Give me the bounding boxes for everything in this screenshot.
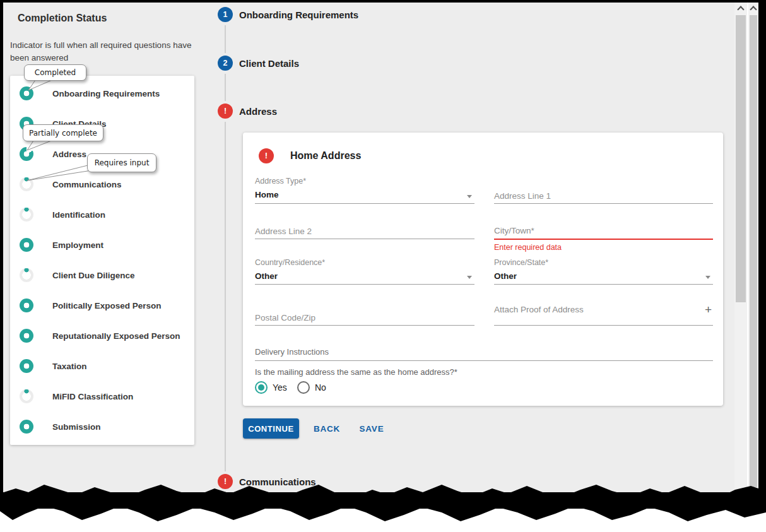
address-type-value: Home bbox=[255, 190, 279, 199]
status-item[interactable]: Identification bbox=[10, 199, 194, 230]
province-state-label: Province/State* bbox=[494, 258, 548, 267]
inner-scrollbar-thumb[interactable] bbox=[736, 15, 746, 302]
delivery-instructions-placeholder: Delivery Instructions bbox=[255, 347, 329, 357]
completion-status-title: Completion Status bbox=[18, 13, 107, 24]
step-address-error-circle[interactable]: ! bbox=[218, 103, 233, 119]
step-communications-error-circle[interactable]: ! bbox=[218, 474, 233, 489]
status-indicator-icon bbox=[20, 177, 33, 191]
address-type-label: Address Type* bbox=[255, 177, 306, 186]
outer-scrollbar-thumb[interactable] bbox=[750, 15, 757, 487]
status-item-label: Politically Exposed Person bbox=[52, 301, 162, 310]
tooltip-partially-complete: Partially complete bbox=[23, 124, 103, 141]
step-communications-label[interactable]: Communications bbox=[239, 476, 316, 487]
step-2-circle[interactable]: 2 bbox=[218, 56, 233, 71]
province-state-select[interactable]: Province/State* Other bbox=[494, 258, 713, 285]
radio-yes[interactable] bbox=[255, 381, 268, 394]
status-item[interactable]: Onboarding Requirements bbox=[10, 78, 194, 109]
country-residence-label: Country/Residence* bbox=[255, 258, 325, 267]
scroll-up-button[interactable] bbox=[748, 3, 758, 14]
status-indicator-icon bbox=[20, 238, 33, 252]
tooltip-completed: Completed bbox=[24, 64, 86, 81]
error-exclamation-icon: ! bbox=[259, 148, 274, 163]
country-residence-select[interactable]: Country/Residence* Other bbox=[255, 258, 474, 285]
scroll-up-button[interactable] bbox=[734, 3, 747, 14]
status-item-label: Address bbox=[52, 150, 86, 159]
status-indicator-icon bbox=[20, 359, 33, 373]
status-indicator-icon bbox=[20, 389, 33, 403]
chevron-up-icon bbox=[737, 6, 744, 13]
status-item[interactable]: Reputationally Exposed Person bbox=[10, 321, 194, 351]
app-window: Completion Status Indicator is full when… bbox=[3, 3, 758, 492]
chevron-down-icon[interactable] bbox=[467, 276, 472, 279]
address-line-2-placeholder: Address Line 2 bbox=[255, 227, 312, 236]
province-state-value: Other bbox=[494, 271, 517, 281]
city-town-input[interactable]: City/Town* bbox=[494, 212, 713, 240]
delivery-instructions-input[interactable]: Delivery Instructions bbox=[255, 342, 713, 361]
continue-button[interactable]: CONTINUE bbox=[243, 418, 299, 439]
attach-proof-field[interactable]: Attach Proof of Address + bbox=[494, 299, 713, 326]
inner-scrollbar[interactable] bbox=[734, 3, 747, 492]
completion-status-description: Indicator is full when all required ques… bbox=[10, 39, 199, 64]
radio-no[interactable] bbox=[297, 381, 310, 394]
step-address-label[interactable]: Address bbox=[239, 106, 277, 117]
status-indicator-icon bbox=[20, 268, 33, 282]
status-item[interactable]: MiFID Classification bbox=[10, 381, 194, 411]
chevron-down-icon[interactable] bbox=[467, 195, 472, 198]
home-address-card: ! Home Address Address Type* Home Addres… bbox=[243, 133, 723, 406]
status-item-label: Client Due Diligence bbox=[52, 271, 135, 280]
back-button[interactable]: BACK bbox=[307, 418, 346, 439]
country-residence-value: Other bbox=[255, 271, 278, 281]
address-line-2-input[interactable]: Address Line 2 bbox=[255, 212, 474, 239]
status-indicator-icon bbox=[20, 299, 33, 312]
status-item-label: Taxation bbox=[52, 362, 87, 371]
stepper-connector bbox=[225, 74, 226, 101]
status-item[interactable]: Politically Exposed Person bbox=[10, 290, 194, 321]
step-2-label[interactable]: Client Details bbox=[239, 58, 299, 69]
status-item-label: Employment bbox=[52, 240, 103, 250]
radio-yes-label[interactable]: Yes bbox=[273, 382, 287, 393]
postal-code-input[interactable]: Postal Code/Zip bbox=[255, 299, 474, 326]
postal-code-placeholder: Postal Code/Zip bbox=[255, 313, 315, 322]
status-item[interactable]: Client Due Diligence bbox=[10, 260, 194, 290]
step-1-label[interactable]: Onboarding Requirements bbox=[239, 9, 358, 20]
stepper-connector bbox=[225, 122, 226, 471]
status-item-label: Communications bbox=[52, 180, 122, 189]
status-item-label: Submission bbox=[52, 422, 101, 432]
status-item-label: Reputationally Exposed Person bbox=[52, 331, 180, 341]
chevron-up-icon bbox=[750, 6, 757, 13]
status-item[interactable]: Employment bbox=[10, 230, 194, 260]
status-item-label: MiFID Classification bbox=[52, 392, 133, 401]
tooltip-requires-input: Requires input bbox=[87, 153, 156, 172]
status-indicator-icon bbox=[20, 208, 33, 222]
home-address-title: Home Address bbox=[290, 150, 361, 162]
city-town-error-message: Enter required data bbox=[494, 243, 562, 252]
status-indicator-icon bbox=[20, 329, 33, 343]
address-type-select[interactable]: Address Type* Home bbox=[255, 177, 474, 204]
status-item[interactable]: Taxation bbox=[10, 351, 194, 381]
screenshot: Completion Status Indicator is full when… bbox=[0, 0, 766, 532]
add-attachment-icon[interactable]: + bbox=[705, 303, 712, 317]
radio-no-label[interactable]: No bbox=[315, 382, 326, 393]
stepper-connector bbox=[225, 25, 226, 53]
status-item-label: Identification bbox=[52, 210, 105, 220]
address-line-1-placeholder: Address Line 1 bbox=[494, 191, 551, 201]
step-1-circle[interactable]: 1 bbox=[218, 7, 233, 22]
attach-proof-label: Attach Proof of Address bbox=[494, 305, 584, 314]
status-item[interactable]: Submission bbox=[10, 411, 194, 442]
city-town-label: City/Town* bbox=[494, 226, 534, 235]
status-indicator-icon bbox=[20, 86, 33, 100]
outer-scrollbar[interactable] bbox=[747, 3, 758, 492]
mailing-address-question: Is the mailing address the same as the h… bbox=[255, 367, 457, 377]
address-line-1-input[interactable]: Address Line 1 bbox=[494, 177, 713, 204]
status-indicator-icon bbox=[20, 147, 33, 161]
stepper-connector bbox=[225, 492, 226, 492]
status-item[interactable]: Communications bbox=[10, 169, 194, 199]
chevron-down-icon[interactable] bbox=[705, 276, 710, 279]
save-button[interactable]: SAVE bbox=[354, 418, 389, 439]
status-indicator-icon bbox=[20, 420, 33, 434]
status-item-label: Onboarding Requirements bbox=[52, 89, 160, 98]
